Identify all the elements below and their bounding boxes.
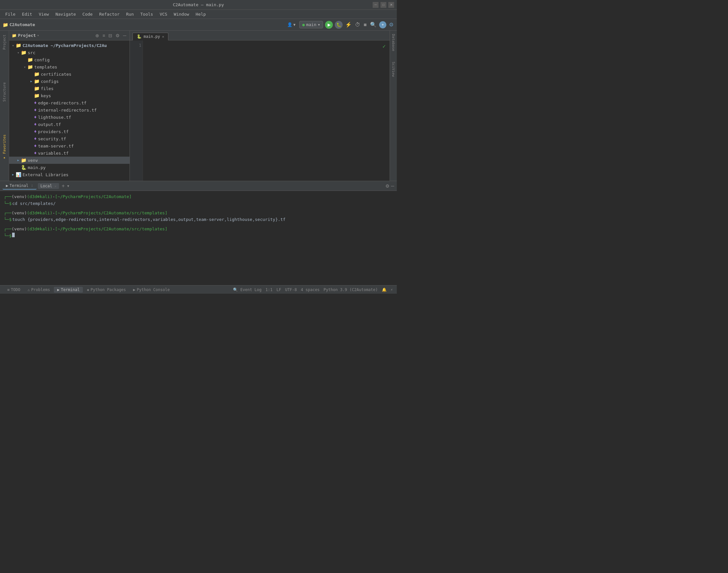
project-panel-close-button[interactable]: ─ <box>122 32 127 39</box>
terminal-minimize-button[interactable]: ─ <box>391 184 394 189</box>
python-interpreter[interactable]: Python 3.9 (C2Automate) <box>324 288 378 292</box>
maximize-button[interactable]: □ <box>380 2 386 8</box>
line-separator[interactable]: LF <box>276 288 281 292</box>
run-button[interactable]: ▶ <box>325 21 333 29</box>
line-numbers: 1 <box>130 41 143 181</box>
scroll-from-source-button[interactable]: ≡ <box>102 32 106 39</box>
menu-code[interactable]: Code <box>80 11 95 17</box>
py-tab-icon: 🐍 <box>137 34 142 39</box>
editor-area: 🐍 main.py ✕ 1 ✓ <box>130 31 389 181</box>
project-panel-tab[interactable]: Project <box>1 32 7 52</box>
tree-item-external-libraries[interactable]: ▶ 📊 External Libraries <box>9 171 129 178</box>
sciview-panel-tab[interactable]: SciView <box>391 60 396 79</box>
todo-tab[interactable]: ≡ TODO <box>4 287 23 293</box>
tf-file-icon: ♦ <box>34 122 37 127</box>
tree-item-team-server[interactable]: ♦ team-server.tf <box>9 142 129 149</box>
local-tab-close[interactable]: ✕ <box>54 185 56 188</box>
project-panel-header: 📁 Project ▾ ⊕ ≡ ⊟ ⚙ ─ <box>9 31 129 41</box>
menu-vcs[interactable]: VCS <box>157 11 170 17</box>
project-settings-button[interactable]: ⚙ <box>115 32 120 39</box>
tree-item-venv[interactable]: ▶ 📁 venv <box>9 157 129 164</box>
tf-file-icon: ♦ <box>34 114 37 120</box>
tree-item-configs[interactable]: ▶ 📁 configs <box>9 77 129 85</box>
config-folder-icon: 📁 <box>28 57 33 62</box>
tree-label: lighthouse.tf <box>38 115 71 120</box>
tree-item-internal-redirectors[interactable]: ♦ internal-redirectors.tf <box>9 106 129 113</box>
locate-file-button[interactable]: ⊕ <box>95 32 100 39</box>
profile-button[interactable]: ⏱ <box>354 21 361 29</box>
editor-tab-main-py[interactable]: 🐍 main.py ✕ <box>133 33 168 41</box>
python-console-tab[interactable]: ▶ Python Console <box>130 287 173 293</box>
vcs-user-button[interactable]: 👤 ▾ <box>285 21 298 28</box>
menu-navigate[interactable]: Navigate <box>53 11 79 17</box>
tree-item-src[interactable]: ▾ 📁 src <box>9 49 129 56</box>
tree-item-lighthouse[interactable]: ♦ lighthouse.tf <box>9 113 129 121</box>
collapse-all-button[interactable]: ⊟ <box>108 32 113 39</box>
notifications-icon[interactable]: 🔔 <box>382 288 387 292</box>
power-save-icon[interactable]: ⚡ <box>391 288 393 292</box>
new-terminal-button[interactable]: + <box>60 183 66 189</box>
favorites-panel-tab[interactable]: ★ Favorites <box>1 132 7 163</box>
tree-item-config[interactable]: 📁 config <box>9 56 129 63</box>
add-button[interactable]: + <box>379 21 386 29</box>
event-log-link[interactable]: 🔍 Event Log <box>233 288 261 292</box>
window-controls: ─ □ ✕ <box>373 2 394 8</box>
menu-run[interactable]: Run <box>124 11 137 17</box>
branch-selector[interactable]: ● main ▾ <box>299 21 323 29</box>
terminal-settings-button[interactable]: ⚙ <box>385 184 389 189</box>
minimize-button[interactable]: ─ <box>373 2 378 8</box>
menu-edit[interactable]: Edit <box>19 11 35 17</box>
file-encoding[interactable]: UTF-8 <box>285 288 297 292</box>
title-bar: C2Automate – main.py ─ □ ✕ <box>0 0 397 10</box>
terminal-icon: ▶ <box>6 184 8 188</box>
indent-settings[interactable]: 4 spaces <box>301 288 320 292</box>
menu-tools[interactable]: Tools <box>138 11 156 17</box>
tree-item-c2automate[interactable]: ▾ 📁 C2Automate ~/PycharmProjects/C2Au <box>9 42 129 49</box>
menu-help[interactable]: Help <box>193 11 209 17</box>
tree-label: configs <box>41 79 59 84</box>
tree-item-keys[interactable]: 📁 keys <box>9 92 129 99</box>
tf-file-icon: ♦ <box>34 136 37 141</box>
terminal-line-3b: └─$ <box>4 233 393 240</box>
tree-item-certificates[interactable]: 📁 certificates <box>9 70 129 77</box>
tree-arrow: ▶ <box>29 80 34 83</box>
menu-bar: File Edit View Navigate Code Refactor Ru… <box>0 10 397 19</box>
menu-refactor[interactable]: Refactor <box>97 11 122 17</box>
menu-view[interactable]: View <box>36 11 52 17</box>
settings-icon[interactable]: ⚙ <box>388 21 394 29</box>
bottom-panel: ▶ Terminal : Local ✕ + ▾ ⚙ ─ ┌── (venv) … <box>0 181 397 285</box>
search-everywhere-button[interactable]: 🔍 <box>369 21 377 29</box>
cursor-position[interactable]: 1:1 <box>266 288 273 292</box>
terminal-content[interactable]: ┌── (venv) (d3d ⊕ kali) - [ ~/PycharmPro… <box>0 191 397 285</box>
tab-close-button[interactable]: ✕ <box>162 35 164 39</box>
tree-item-files[interactable]: 📁 files <box>9 85 129 92</box>
terminal-tab[interactable]: ▶ Terminal : <box>3 183 37 190</box>
tree-item-templates[interactable]: ▾ 📁 templates <box>9 63 129 70</box>
tree-item-variables[interactable]: ♦ variables.tf <box>9 149 129 157</box>
menu-window[interactable]: Window <box>171 11 192 17</box>
main-content: Project Structure ★ Favorites 📁 Project … <box>0 31 397 181</box>
local-tab[interactable]: Local ✕ <box>38 183 59 189</box>
code-area[interactable] <box>143 41 389 181</box>
files-folder-icon: 📁 <box>34 86 40 91</box>
close-button[interactable]: ✕ <box>388 2 394 8</box>
tree-item-main-py[interactable]: 🐍 main.py <box>9 164 129 171</box>
stop-button[interactable]: ■ <box>363 21 367 29</box>
tree-item-providers[interactable]: ♦ providers.tf <box>9 128 129 135</box>
problems-tab[interactable]: ⚠ Problems <box>24 287 53 293</box>
database-panel-tab[interactable]: Database <box>391 32 396 53</box>
tree-item-security[interactable]: ♦ security.tf <box>9 135 129 142</box>
tree-label: output.tf <box>38 122 61 127</box>
terminal-line-1b: └─$ cd src/templates/ <box>4 200 393 207</box>
tree-item-output[interactable]: ♦ output.tf <box>9 121 129 128</box>
menu-file[interactable]: File <box>3 11 18 17</box>
event-log-icon: 🔍 <box>233 288 238 292</box>
run-with-coverage-button[interactable]: ⚡ <box>345 21 352 29</box>
tree-item-edge-redirectors[interactable]: ♦ edge-redirectors.tf <box>9 99 129 106</box>
terminal-bottom-tab[interactable]: ▶ Terminal <box>54 287 83 293</box>
structure-panel-tab[interactable]: Structure <box>1 80 7 104</box>
python-packages-tab[interactable]: ◈ Python Packages <box>84 287 129 293</box>
debug-button[interactable]: 🐛 <box>335 21 343 29</box>
editor-content[interactable]: 1 ✓ <box>130 41 389 181</box>
terminal-more-button[interactable]: ▾ <box>67 184 69 188</box>
